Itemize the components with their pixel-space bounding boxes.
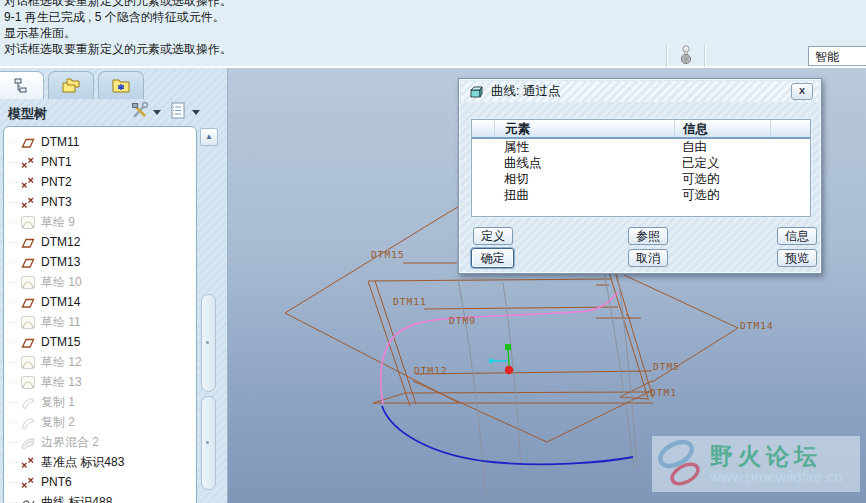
panel-title: 模型树 xyxy=(8,105,47,123)
datum-plane-icon xyxy=(20,255,37,270)
message-line: 对话框选取要重新定义的元素或选取操作。 xyxy=(4,0,232,9)
sketch-icon xyxy=(20,315,37,330)
panel-sash: ▲ xyxy=(196,126,218,503)
dialog-titlebar[interactable]: 曲线: 通过点 X xyxy=(461,81,819,102)
tree-item[interactable]: ··· PNT2 xyxy=(4,172,196,192)
tree-item[interactable]: ··· 草绘 9 xyxy=(4,212,196,232)
tree-show-button[interactable] xyxy=(168,101,188,121)
navigator-header: 模型树 xyxy=(0,98,216,126)
cancel-button[interactable]: 取消 xyxy=(628,249,668,267)
preview-button[interactable]: 预览 xyxy=(777,249,817,267)
table-row[interactable]: 扭曲 可选的 xyxy=(472,187,810,203)
tree-item[interactable]: ··· 复制 1 xyxy=(4,392,196,412)
show-list-icon xyxy=(168,101,188,121)
tree-item[interactable]: ··· 草绘 13 xyxy=(4,372,196,392)
tree-item[interactable]: ··· 草绘 11 xyxy=(4,312,196,332)
table-row[interactable]: 相切 可选的 xyxy=(472,171,810,187)
tree-item[interactable]: ··· 曲线 标识488 xyxy=(4,492,196,503)
table-row[interactable]: 属性 自由 xyxy=(472,139,810,155)
references-button[interactable]: 参照 xyxy=(628,227,668,245)
panel-divider[interactable] xyxy=(227,68,228,503)
message-line: 对话框选取要重新定义的元素或选取操作。 xyxy=(4,41,232,57)
datum-point-icon xyxy=(20,195,37,210)
curve-through-points-dialog: 曲线: 通过点 X 元素 信息 属性 自由 曲线点 已定义 xyxy=(458,78,822,274)
dialog-title: 曲线: 通过点 xyxy=(491,83,560,100)
datum-label[interactable]: DTM14 xyxy=(740,320,774,331)
curve-icon xyxy=(20,495,37,503)
message-line: 显示基准面。 xyxy=(4,25,232,41)
dialog-icon xyxy=(470,86,483,98)
sash-grip[interactable] xyxy=(201,294,216,392)
scroll-up-button[interactable]: ▲ xyxy=(200,128,218,146)
favorites-icon xyxy=(111,76,131,95)
table-header: 元素 信息 xyxy=(472,120,810,139)
message-log: 对话框选取要重新定义的元素或选取操作。9-1 再生已完成 , 5 个隐含的特征或… xyxy=(4,0,232,57)
chevron-down-icon[interactable] xyxy=(192,110,200,115)
copy-icon xyxy=(20,395,37,410)
tab-favorites[interactable] xyxy=(98,71,144,99)
message-line: 9-1 再生已完成 , 5 个隐含的特征或元件。 xyxy=(4,9,232,25)
toolbar-separator xyxy=(704,45,705,67)
datum-plane-icon xyxy=(20,295,37,310)
navigator-panel: 模型树 xyxy=(0,68,228,503)
datum-label[interactable]: DTM1 xyxy=(650,387,677,398)
stoplight-icon[interactable] xyxy=(678,44,694,66)
tree-item[interactable]: ··· 草绘 12 xyxy=(4,352,196,372)
chevron-down-icon[interactable] xyxy=(153,110,161,115)
tree-item[interactable]: ··· DTM15 xyxy=(4,332,196,352)
tree-settings-button[interactable] xyxy=(130,101,150,121)
sketch-icon xyxy=(20,215,37,230)
define-button[interactable]: 定义 xyxy=(473,227,513,245)
table-row[interactable]: 曲线点 已定义 xyxy=(472,155,810,171)
boundary-blend-icon xyxy=(20,435,37,450)
sketch-icon xyxy=(20,275,37,290)
model-tree: ··· DTM11 ··· PNT1 ··· PNT2 xyxy=(3,126,197,503)
tree-item[interactable]: ··· 基准点 标识483 xyxy=(4,452,196,472)
close-icon[interactable]: X xyxy=(791,83,813,100)
application-window: 对话框选取要重新定义的元素或选取操作。9-1 再生已完成 , 5 个隐含的特征或… xyxy=(0,0,866,503)
tree-item[interactable]: ··· DTM12 xyxy=(4,232,196,252)
copy-icon xyxy=(20,415,37,430)
tree-item[interactable]: ··· DTM14 xyxy=(4,292,196,312)
datum-plane-icon xyxy=(20,235,37,250)
info-button[interactable]: 信息 xyxy=(777,227,817,245)
tree-item[interactable]: ··· PNT1 xyxy=(4,152,196,172)
sketch-icon xyxy=(20,375,37,390)
datum-label[interactable]: DTM9 xyxy=(449,315,476,326)
datum-point-icon xyxy=(20,475,37,490)
tree-item[interactable]: ··· PNT6 xyxy=(4,472,196,492)
column-header-info: 信息 xyxy=(675,120,771,137)
element-info-table: 元素 信息 属性 自由 曲线点 已定义 相切 xyxy=(471,119,811,217)
hammer-wrench-icon xyxy=(130,101,150,121)
tree-item[interactable]: ··· DTM13 xyxy=(4,252,196,272)
datum-label[interactable]: DTM5 xyxy=(653,361,680,372)
watermark-url: www.proewildfire.cn xyxy=(710,468,843,485)
tree-item[interactable]: ··· PNT3 xyxy=(4,192,196,212)
datum-point-icon xyxy=(20,155,37,170)
tree-item[interactable]: ··· 边界混合 2 xyxy=(4,432,196,452)
folder-browser-icon xyxy=(61,76,81,95)
tree-item[interactable]: ··· DTM11 xyxy=(4,132,196,152)
sketch-icon xyxy=(20,355,37,370)
datum-label[interactable]: DTM15 xyxy=(371,249,405,260)
ok-button[interactable]: 确定 xyxy=(471,248,514,268)
datum-plane-icon xyxy=(20,335,37,350)
datum-point-icon xyxy=(20,175,37,190)
datum-plane-icon xyxy=(20,135,37,150)
datum-point-icon xyxy=(20,455,37,470)
watermark-title: 野火论坛 xyxy=(710,444,843,468)
datum-label[interactable]: DTM12 xyxy=(414,365,448,376)
tree-item[interactable]: ··· 草绘 10 xyxy=(4,272,196,292)
tab-folder-browser[interactable] xyxy=(48,71,94,99)
tree-item[interactable]: ··· 复制 2 xyxy=(4,412,196,432)
message-area: 对话框选取要重新定义的元素或选取操作。9-1 再生已完成 , 5 个隐含的特征或… xyxy=(0,0,866,69)
datum-label[interactable]: DTM11 xyxy=(393,296,427,307)
forum-watermark: 野火论坛 www.proewildfire.cn xyxy=(652,436,860,492)
model-tree-icon xyxy=(10,77,28,95)
toolbar-separator xyxy=(666,45,667,67)
sash-grip[interactable] xyxy=(201,396,216,490)
column-header-element: 元素 xyxy=(495,120,675,137)
tab-model-tree[interactable] xyxy=(0,71,44,99)
butterfly-logo-icon xyxy=(652,437,708,491)
filter-select[interactable]: 智能 xyxy=(808,46,866,66)
